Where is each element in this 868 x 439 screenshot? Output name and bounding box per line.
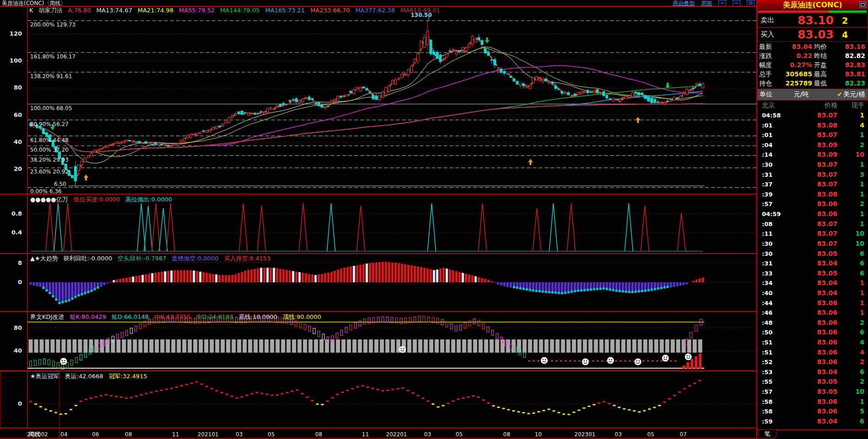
tick-volume: 1 (837, 288, 868, 298)
tick-row: :5883.065 (757, 407, 868, 417)
smiley-marker-icon (60, 358, 67, 365)
tick-time: :59 (757, 417, 789, 427)
price-axis-tick: 80 (0, 84, 22, 91)
indicator-value-label: 胡家刀法 (39, 7, 63, 14)
tick-price: 83.06 (789, 328, 837, 338)
tick-volume: 4 (837, 348, 868, 358)
tick-price: 83.05 (789, 269, 837, 279)
time-axis-tick: 03 (424, 431, 431, 438)
tick-volume: 2 (837, 140, 868, 150)
fibonacci-label: 0.00% 6.36 (30, 188, 62, 195)
tick-time: :58 (757, 407, 789, 417)
indicator-value-label: 底线:10.0000 (239, 314, 277, 320)
quote-field-value: 305685 (780, 69, 812, 79)
trend-axis-tick: 0 (0, 279, 22, 286)
indicator-value-label: A:76.80 (68, 7, 91, 14)
bid-row[interactable]: 买入 83.03 4 (757, 27, 868, 42)
tick-price: 83.04 (789, 259, 837, 269)
restore-window-icon[interactable] (859, 2, 866, 8)
tick-price: 83.05 (789, 377, 837, 387)
tick-volume: 2 (837, 199, 868, 209)
tick-volume: 2 (837, 318, 868, 328)
tick-col-volume: 现手 (837, 101, 868, 110)
yiwan-axis-tick: 0.4 (0, 229, 22, 236)
time-axis-tick: 03 (236, 431, 242, 438)
tick-time: :04 (757, 140, 789, 150)
tick-volume: 1 (837, 130, 868, 140)
indicator-value-label: K (29, 7, 33, 14)
tick-volume: 10 (837, 229, 868, 239)
tick-time: :55 (757, 377, 789, 387)
tick-time: :52 (757, 357, 789, 367)
tick-price: 83.06 (789, 357, 837, 367)
tick-time: :40 (757, 288, 789, 298)
tick-price: 83.07 (789, 170, 837, 180)
tick-row: :4683.061 (757, 308, 868, 318)
quote-field-label: 持仓 (757, 79, 780, 88)
tick-price: 83.06 (789, 199, 837, 209)
tick-row: :3083.0710 (757, 239, 868, 249)
ask-row[interactable]: 卖出 83.10 2 (757, 13, 868, 27)
smiley-marker-icon (582, 359, 589, 365)
tab-bi[interactable]: 笔 (758, 430, 777, 439)
tick-price: 83.07 (789, 130, 837, 140)
ask-price: 83.10 (782, 14, 834, 27)
tick-row: :0483.092 (757, 140, 868, 150)
yiwan-spike-series (31, 203, 703, 251)
tick-volume: 6 (837, 367, 868, 377)
tick-time: :01 (757, 121, 789, 131)
trading-app-window: { "topbar": { "title": "美原油连(CONC)〈周线〉",… (0, 0, 868, 439)
tick-price: 83.08 (789, 121, 837, 131)
indicator-value-label: 买入持货:0.4153 (224, 255, 271, 262)
tick-list-header: 北京 价格 现手 (757, 101, 868, 110)
tick-price: 83.08 (789, 190, 837, 200)
tick-volume: 5 (837, 407, 868, 417)
yiwan-indicator-header: ●●●●●亿万低位买进:0.0000高位抛出:0.0000 (30, 196, 172, 203)
quote-info-row: 幅度0.27%开盘82.83 (757, 60, 868, 69)
tick-row: :0183.071 (757, 130, 868, 140)
tick-row: :3983.081 (757, 190, 868, 200)
tick-time: :39 (757, 190, 789, 200)
tick-row: :3183.073 (757, 170, 868, 180)
bid-qty: 4 (842, 30, 848, 40)
indicator-value-label: 获利回吐:-0.0000 (64, 255, 113, 262)
tick-time: :58 (757, 397, 789, 407)
ma-165-line (31, 91, 703, 152)
fibonacci-label: 138.20% 91.61 (30, 73, 72, 79)
fibonacci-label: 23.60% 20.92 (30, 169, 69, 175)
unit-option-usd-barrel[interactable]: ✔美元/桶 (821, 89, 868, 100)
indicator-value-label: 界文KDJ改进 (30, 314, 64, 320)
tick-list: 04:5883.071:0183.084:0183.071:0483.092:1… (757, 111, 868, 427)
oscillator-series (29, 380, 701, 415)
tick-row: :3083.056 (757, 249, 868, 259)
tick-row: :4083.041 (757, 288, 868, 298)
chart-area: 美原油连(CONC)〈周线〉 商品叠加 周期 ⇦ ⇨ ⊟ K胡家刀法A:76.8… (0, 0, 756, 439)
tick-volume: 1 (837, 180, 868, 190)
up-arrow-icon (636, 117, 640, 123)
tick-price: 83.09 (789, 150, 837, 160)
tick-price: 83.06 (789, 338, 837, 348)
yiwan-axis-tick: 0.8 (0, 210, 22, 217)
unit-option-yuan-ton[interactable]: 元/吨 (782, 89, 821, 100)
tick-col-price: 价格 (789, 101, 837, 110)
tick-time: :51 (757, 348, 789, 358)
tick-price: 83.04 (789, 288, 837, 298)
tick-price: 83.05 (789, 387, 837, 397)
up-arrow-icon (84, 175, 88, 180)
tick-row: 04:5883.071 (757, 111, 868, 121)
tick-row: :5083.066 (757, 328, 868, 338)
tick-price: 83.07 (789, 160, 837, 170)
smiley-marker-icon (662, 355, 669, 362)
indicator-value-label: 奥运:42.0668 (65, 373, 103, 380)
quote-field-value: 82.82 (841, 51, 868, 60)
quote-field-value: 83.16 (841, 42, 868, 51)
indicator-value-label: MA55:79.52 (179, 7, 214, 14)
quote-info-row: 持仓225789最低82.23 (757, 79, 868, 88)
tick-volume: 6 (837, 259, 868, 269)
quote-field-label: 昨结 (812, 51, 841, 60)
tick-volume: 3 (837, 170, 868, 180)
trend-axis-tick: 8 (0, 259, 22, 266)
tick-volume: 1 (837, 397, 868, 407)
indicator-value-label: ★奥运冠军 (30, 373, 59, 380)
tick-volume: 6 (837, 417, 868, 427)
